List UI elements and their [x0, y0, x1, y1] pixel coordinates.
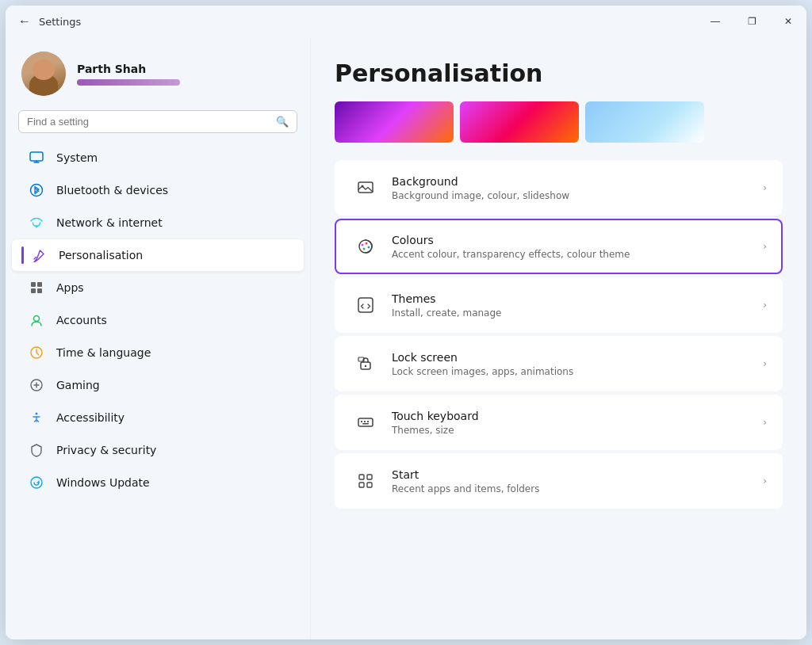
user-section: Parth Shah [6, 37, 310, 107]
svg-rect-5 [31, 288, 36, 293]
privacy-icon [28, 441, 45, 459]
settings-window: ← Settings — ❐ ✕ Parth Shah 🔍 [6, 6, 806, 639]
theme-thumb-1[interactable] [335, 101, 454, 143]
sidebar-item-apps[interactable]: Apps [12, 272, 304, 303]
titlebar: ← Settings — ❐ ✕ [6, 6, 806, 37]
svg-point-11 [31, 477, 42, 488]
sidebar-item-personalisation[interactable]: Personalisation [12, 239, 304, 271]
svg-rect-23 [358, 418, 373, 426]
sidebar-item-label-accounts: Accounts [56, 314, 107, 326]
svg-rect-31 [367, 483, 372, 487]
lock-screen-chevron: › [763, 358, 767, 369]
touch-keyboard-chevron: › [763, 417, 767, 428]
theme-thumb-3[interactable] [585, 101, 704, 143]
svg-point-17 [368, 246, 370, 249]
lock-screen-text: Lock screen Lock screen images, apps, an… [392, 351, 755, 377]
bluetooth-icon [28, 181, 45, 199]
sidebar-item-accessibility[interactable]: Accessibility [12, 402, 304, 433]
search-icon: 🔍 [276, 116, 289, 128]
user-name: Parth Shah [77, 63, 180, 75]
nav-list: System Bluetooth & devices Network & int… [6, 141, 310, 632]
svg-point-18 [363, 248, 366, 250]
svg-rect-26 [367, 421, 369, 422]
svg-rect-4 [37, 282, 42, 287]
sidebar-item-accounts[interactable]: Accounts [12, 304, 304, 336]
sidebar-item-privacy[interactable]: Privacy & security [12, 434, 304, 466]
user-info: Parth Shah [77, 63, 180, 86]
svg-rect-25 [364, 421, 366, 422]
colours-icon [350, 231, 381, 261]
svg-rect-6 [37, 288, 42, 293]
background-icon [350, 173, 381, 203]
sidebar: Parth Shah 🔍 System [6, 37, 311, 639]
start-title: Start [392, 468, 755, 481]
main-layout: Parth Shah 🔍 System [6, 37, 806, 639]
lock-screen-icon [350, 349, 381, 379]
sidebar-item-label-update: Windows Update [56, 476, 150, 489]
settings-item-touch-keyboard[interactable]: Touch keyboard Themes, size › [335, 395, 783, 450]
svg-rect-30 [359, 483, 364, 487]
touch-keyboard-title: Touch keyboard [392, 410, 755, 422]
svg-point-16 [366, 242, 368, 245]
sidebar-item-network[interactable]: Network & internet [12, 207, 304, 239]
network-icon [28, 214, 45, 231]
svg-rect-19 [358, 298, 373, 312]
background-title: Background [392, 175, 755, 188]
start-icon [350, 466, 381, 496]
themes-text: Themes Install, create, manage [392, 292, 755, 319]
background-desc: Background image, colour, slideshow [392, 190, 755, 201]
svg-rect-28 [359, 475, 364, 479]
start-desc: Recent apps and items, folders [392, 483, 755, 494]
settings-list: Background Background image, colour, sli… [335, 160, 783, 509]
sidebar-item-label-apps: Apps [56, 281, 84, 294]
settings-item-background[interactable]: Background Background image, colour, sli… [335, 160, 783, 216]
settings-item-themes[interactable]: Themes Install, create, manage › [335, 277, 783, 333]
start-text: Start Recent apps and items, folders [392, 468, 755, 494]
themes-desc: Install, create, manage [392, 307, 755, 319]
sidebar-item-gaming[interactable]: Gaming [12, 369, 304, 401]
sidebar-item-time[interactable]: Time & language [12, 337, 304, 368]
svg-point-15 [362, 244, 364, 246]
svg-rect-24 [361, 421, 362, 422]
update-icon [28, 474, 45, 491]
minimize-button[interactable]: — [697, 6, 733, 37]
gaming-icon [28, 376, 45, 394]
settings-item-lock-screen[interactable]: Lock screen Lock screen images, apps, an… [335, 336, 783, 391]
search-input[interactable] [27, 116, 270, 128]
apps-icon [28, 279, 45, 296]
svg-rect-3 [31, 282, 36, 287]
close-button[interactable]: ✕ [770, 6, 806, 37]
settings-item-start[interactable]: Start Recent apps and items, folders › [335, 453, 783, 509]
theme-strip [335, 101, 783, 143]
colours-title: Colours [392, 234, 755, 246]
lock-screen-desc: Lock screen images, apps, animations [392, 366, 755, 377]
svg-point-21 [365, 365, 366, 367]
svg-point-7 [34, 316, 40, 322]
svg-point-2 [36, 225, 37, 227]
personalisation-icon [30, 246, 48, 264]
themes-title: Themes [392, 292, 755, 305]
colours-chevron: › [763, 241, 767, 252]
back-button[interactable]: ← [18, 15, 31, 28]
maximize-button[interactable]: ❐ [733, 6, 770, 37]
theme-thumb-2[interactable] [460, 101, 579, 143]
background-chevron: › [763, 182, 767, 193]
touch-keyboard-desc: Themes, size [392, 425, 755, 436]
colours-text: Colours Accent colour, transparency effe… [392, 234, 755, 260]
sidebar-item-label-privacy: Privacy & security [56, 444, 156, 456]
colours-desc: Accent colour, transparency effects, col… [392, 249, 755, 260]
background-text: Background Background image, colour, sli… [392, 175, 755, 201]
svg-rect-27 [362, 423, 369, 425]
svg-rect-0 [30, 152, 43, 161]
window-controls: — ❐ ✕ [697, 6, 806, 37]
sidebar-item-label-network: Network & internet [56, 216, 163, 229]
user-bar [77, 79, 180, 86]
svg-point-13 [362, 185, 364, 188]
avatar-face [21, 52, 66, 96]
sidebar-item-system[interactable]: System [12, 142, 304, 174]
sidebar-item-bluetooth[interactable]: Bluetooth & devices [12, 174, 304, 206]
sidebar-item-update[interactable]: Windows Update [12, 467, 304, 498]
settings-item-colours[interactable]: Colours Accent colour, transparency effe… [335, 219, 783, 274]
accounts-icon [28, 311, 45, 329]
search-box[interactable]: 🔍 [18, 110, 297, 133]
